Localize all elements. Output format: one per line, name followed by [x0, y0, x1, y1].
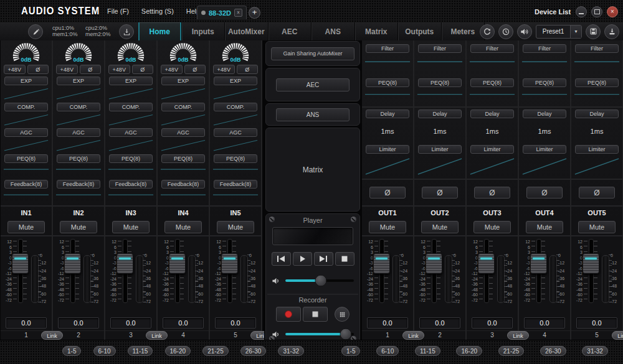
delay-button[interactable]: Delay — [523, 110, 566, 118]
peq-8-button[interactable]: PEQ(8) — [418, 78, 462, 87]
delay-button[interactable]: Delay — [366, 110, 409, 118]
agc-button[interactable]: AGC — [4, 128, 48, 137]
input-group-6-10[interactable]: 6-10 — [93, 346, 116, 356]
delay-button[interactable]: Delay — [418, 110, 462, 118]
fader-handle[interactable] — [478, 253, 495, 274]
export-preset-button[interactable] — [604, 24, 619, 39]
feedback-8-button[interactable]: Feedback(8) — [109, 180, 153, 189]
maximize-button[interactable] — [591, 6, 602, 17]
refresh-button[interactable] — [480, 24, 495, 39]
tab-meters[interactable]: Meters — [442, 22, 485, 40]
prev-track-button[interactable] — [272, 252, 291, 266]
phase-button[interactable]: Ø — [132, 65, 154, 74]
gain-readout[interactable]: 0.0 — [367, 317, 408, 329]
phase-button[interactable]: Ø — [27, 65, 49, 74]
link-button[interactable]: Link — [402, 331, 424, 340]
peq-8-button[interactable]: PEQ(8) — [109, 154, 153, 163]
comp-button[interactable]: COMP. — [57, 103, 100, 111]
add-device-tab-button[interactable]: + — [249, 7, 260, 19]
tab-matrix[interactable]: Matrix — [355, 22, 399, 40]
mute-button[interactable]: Mute — [217, 221, 254, 233]
phantom-48v-button[interactable]: +48V — [108, 65, 130, 74]
ans-button[interactable]: ANS — [276, 108, 350, 121]
phase-button[interactable]: Ø — [579, 187, 614, 198]
fader-handle[interactable] — [426, 253, 442, 274]
fader[interactable]: 12630-3-6-12-24-36-48-60-720-12-24-36-48… — [571, 236, 622, 315]
fader[interactable]: 12630-3-6-12-24-36-48-60-720-12-24-36-48… — [1, 236, 52, 315]
tab-outputs[interactable]: Outputs — [398, 22, 442, 40]
filter-button[interactable]: Filter — [523, 44, 566, 53]
link-button[interactable]: Link — [146, 331, 168, 340]
exp-button[interactable]: EXP — [109, 77, 153, 85]
fader[interactable]: 12630-3-6-12-24-36-48-60-720-12-24-36-48… — [210, 236, 261, 315]
menu-file[interactable]: File (F) — [107, 7, 129, 15]
peq-8-button[interactable]: PEQ(8) — [57, 154, 100, 163]
recorder-volume-slider[interactable] — [285, 333, 354, 335]
device-list-label[interactable]: Device List — [535, 8, 571, 16]
peq-8-button[interactable]: PEQ(8) — [214, 154, 257, 163]
mute-button[interactable]: Mute — [421, 221, 458, 233]
filter-button[interactable]: Filter — [470, 44, 514, 53]
fader-handle[interactable] — [64, 253, 81, 274]
phase-button[interactable]: Ø — [184, 65, 206, 74]
gain-readout[interactable]: 0.0 — [215, 317, 256, 329]
agc-button[interactable]: AGC — [109, 128, 153, 137]
mute-button[interactable]: Mute — [369, 221, 406, 233]
tab-aec[interactable]: AEC — [269, 22, 312, 40]
limiter-button[interactable]: Limiter — [575, 145, 619, 154]
comp-button[interactable]: COMP. — [4, 103, 48, 111]
input-group-1-5[interactable]: 1-5 — [62, 346, 81, 356]
peq-8-button[interactable]: PEQ(8) — [366, 78, 409, 87]
output-group-31-32[interactable]: 31-32 — [582, 346, 608, 356]
input-group-11-15[interactable]: 11-15 — [128, 346, 153, 356]
gain-readout[interactable]: 0.0 — [58, 317, 99, 329]
link-button[interactable]: Link — [41, 331, 63, 340]
output-group-6-10[interactable]: 6-10 — [376, 346, 399, 356]
feedback-8-button[interactable]: Feedback(8) — [214, 180, 257, 189]
fader-handle[interactable] — [169, 253, 186, 274]
mute-button[interactable]: Mute — [112, 221, 149, 233]
mute-button[interactable]: Mute — [7, 221, 44, 233]
gain-readout[interactable]: 0.0 — [6, 317, 47, 329]
player-volume-knob[interactable] — [315, 275, 327, 287]
minimize-button[interactable] — [576, 6, 587, 17]
mute-button[interactable]: Mute — [60, 221, 97, 233]
fader-handle[interactable] — [583, 253, 599, 274]
comp-button[interactable]: COMP. — [109, 103, 153, 111]
feedback-8-button[interactable]: Feedback(8) — [57, 180, 100, 189]
mute-all-button[interactable] — [517, 24, 532, 39]
delay-button[interactable]: Delay — [575, 110, 619, 118]
gain-readout[interactable]: 0.0 — [472, 317, 513, 329]
fader-handle[interactable] — [530, 253, 547, 274]
link-button[interactable]: Link — [507, 331, 529, 340]
delay-button[interactable]: Delay — [470, 110, 514, 118]
tab-automixer[interactable]: AutoMixer — [225, 22, 269, 40]
player-stop-button[interactable] — [335, 252, 354, 266]
gain-knob[interactable]: 0dB — [53, 42, 104, 63]
peq-8-button[interactable]: PEQ(8) — [161, 154, 205, 163]
fader-handle[interactable] — [12, 253, 29, 274]
gain-readout[interactable]: 0.0 — [163, 317, 204, 329]
gain-knob[interactable]: 0dB — [158, 42, 209, 63]
peq-8-button[interactable]: PEQ(8) — [470, 78, 514, 87]
link-button[interactable]: Link — [250, 331, 264, 340]
input-group-26-30[interactable]: 26-30 — [240, 346, 267, 356]
limiter-button[interactable]: Limiter — [366, 145, 409, 154]
close-button[interactable]: × — [607, 6, 618, 17]
fader-handle[interactable] — [373, 253, 390, 274]
recordings-list-button[interactable] — [335, 307, 350, 322]
aec-button[interactable]: AEC — [276, 78, 350, 91]
feedback-8-button[interactable]: Feedback(8) — [4, 180, 48, 189]
gain-knob[interactable]: 0dB — [1, 42, 52, 63]
tab-inputs[interactable]: Inputs — [182, 22, 226, 40]
gain-knob[interactable]: 0dB — [105, 42, 156, 63]
next-track-button[interactable] — [314, 252, 333, 266]
input-group-21-25[interactable]: 21-25 — [202, 346, 229, 356]
history-button[interactable] — [498, 24, 513, 39]
peq-8-button[interactable]: PEQ(8) — [4, 154, 48, 163]
mute-button[interactable]: Mute — [578, 221, 615, 233]
fader-handle[interactable] — [117, 253, 133, 274]
record-button[interactable] — [276, 307, 301, 322]
phantom-48v-button[interactable]: +48V — [4, 65, 26, 74]
fader[interactable]: 12630-3-6-12-24-36-48-60-720-12-24-36-48… — [53, 236, 104, 315]
